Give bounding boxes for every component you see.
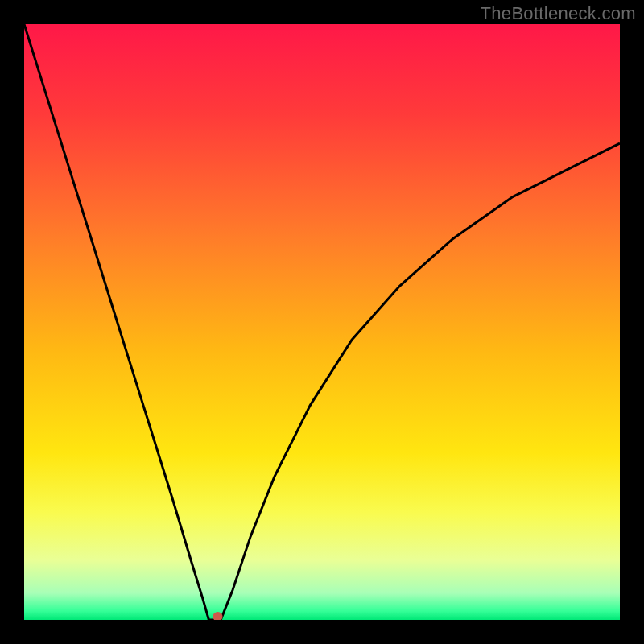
- bottleneck-chart: [24, 24, 620, 620]
- gradient-background: [24, 24, 620, 620]
- chart-frame: TheBottleneck.com: [0, 0, 644, 644]
- plot-area: [24, 24, 620, 620]
- watermark-label: TheBottleneck.com: [481, 3, 636, 24]
